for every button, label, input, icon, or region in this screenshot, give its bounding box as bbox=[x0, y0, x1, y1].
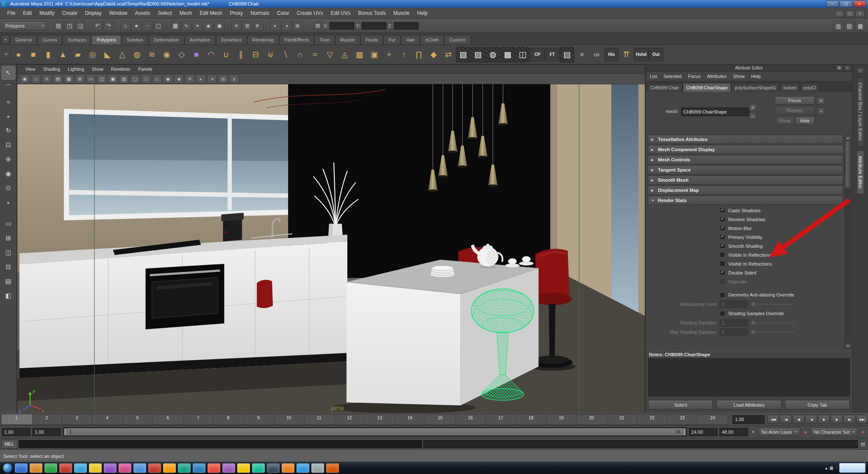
double-sided-checkbox[interactable]: Double Sided bbox=[648, 268, 843, 277]
select-hierarchy-icon[interactable]: ⌂ bbox=[120, 21, 130, 31]
menu-item[interactable]: Edit Mesh bbox=[196, 8, 226, 19]
poly-sphere-icon[interactable]: ● bbox=[11, 47, 26, 63]
attribute-editor-menu-item[interactable]: Selected bbox=[663, 74, 682, 79]
geometry-antialiasing-override-row[interactable]: Geometry Anti-aliasing Override bbox=[648, 290, 843, 299]
viewport-3d-scene[interactable]: y x z persp bbox=[17, 84, 645, 413]
poly-cylinder-icon[interactable]: ▮ bbox=[41, 47, 55, 63]
play-forwards-button[interactable]: ▶ bbox=[818, 415, 830, 424]
shelf-tab-ncloth[interactable]: nCloth bbox=[420, 35, 444, 44]
two-pane-stacked-layout-icon[interactable]: ⊟ bbox=[2, 260, 15, 274]
snap-to-curve-icon[interactable]: ∿ bbox=[181, 21, 191, 31]
attribute-editor-menu-item[interactable]: List bbox=[650, 74, 657, 79]
menu-item[interactable]: Display bbox=[81, 8, 105, 19]
his-icon[interactable]: His bbox=[604, 48, 619, 61]
show-button[interactable]: Show bbox=[775, 116, 794, 125]
plate-stack[interactable] bbox=[430, 266, 455, 277]
frame-number[interactable]: 22 bbox=[637, 414, 667, 424]
list-connection-icon[interactable]: ▭ bbox=[749, 112, 757, 119]
taskbar-app-icon[interactable] bbox=[252, 463, 265, 473]
taskbar-app-icon[interactable] bbox=[326, 463, 339, 473]
auto-keyframe-icon[interactable]: ◆ bbox=[860, 429, 866, 435]
tab-attribute-editor[interactable]: Attribute Editor bbox=[857, 150, 864, 194]
camera-attributes-icon[interactable]: ≡ bbox=[42, 75, 52, 83]
sculpt-geometry-icon[interactable]: ◠ bbox=[204, 47, 219, 63]
set-key-icon[interactable]: ◆ bbox=[802, 429, 809, 435]
frame-number[interactable]: 16 bbox=[455, 414, 485, 424]
shelf-tab-animation[interactable]: Animation bbox=[185, 35, 216, 44]
render-current-frame-icon[interactable]: ◐ bbox=[270, 21, 280, 31]
visible-in-refractions-checkbox[interactable]: Visible In Refractions bbox=[648, 259, 843, 268]
menu-item[interactable]: File bbox=[3, 8, 19, 19]
gate-mask-icon[interactable]: ▣ bbox=[108, 75, 118, 83]
taskbar-app-icon[interactable] bbox=[193, 463, 205, 473]
cut-uv-icon[interactable]: × bbox=[574, 47, 589, 63]
float-panel-icon[interactable]: ⊞ bbox=[836, 65, 843, 71]
tab-channel-box-layer-editor[interactable]: Channel Box / Layer Editor bbox=[857, 77, 864, 147]
bookmarks-icon[interactable]: ▤ bbox=[53, 75, 63, 83]
motion-blur-checkbox[interactable]: Motion Blur bbox=[648, 224, 843, 233]
menu-item[interactable]: Mesh bbox=[176, 8, 196, 19]
checkbox[interactable] bbox=[720, 261, 725, 266]
checkbox[interactable] bbox=[720, 270, 725, 275]
frame-number[interactable]: 7 bbox=[183, 414, 213, 424]
menu-item[interactable]: Select bbox=[154, 8, 175, 19]
gamma-icon[interactable]: γ bbox=[229, 75, 239, 83]
panel-menu-item[interactable]: Renderer bbox=[107, 67, 134, 72]
use-lights-icon[interactable]: ☀ bbox=[185, 75, 195, 83]
slider[interactable] bbox=[751, 322, 795, 323]
opposite-checkbox[interactable]: Opposite bbox=[648, 277, 843, 286]
attribute-editor-header[interactable]: Attribute Editor ⊞ × bbox=[646, 64, 852, 72]
step-back-key-button[interactable]: ◀| bbox=[793, 415, 804, 424]
value-field[interactable]: 1 bbox=[720, 300, 748, 308]
single-pane-layout-icon[interactable]: ▭ bbox=[2, 217, 15, 230]
kitchen-window[interactable] bbox=[64, 109, 303, 220]
smooth-mesh-section[interactable]: ▶ Smooth Mesh bbox=[648, 175, 843, 185]
expand-collapse-icon[interactable]: ⇅ bbox=[817, 97, 825, 104]
poly-plane-icon[interactable]: ▰ bbox=[70, 47, 85, 63]
shelf-tab-muscle[interactable]: Muscle bbox=[335, 35, 360, 44]
frame-number[interactable]: 4 bbox=[92, 414, 122, 424]
minimize-window-icon[interactable]: — bbox=[826, 0, 839, 7]
checkbox[interactable] bbox=[720, 279, 725, 284]
animation-start-field[interactable]: 1.00 bbox=[2, 428, 31, 436]
output-connections-icon[interactable]: ≣ bbox=[242, 21, 252, 31]
attribute-editor-menu-item[interactable]: Attributes bbox=[707, 74, 727, 79]
field-chart-icon[interactable]: ▥ bbox=[119, 75, 129, 83]
normals-icon[interactable]: ⇈ bbox=[619, 47, 634, 63]
shadows-icon[interactable]: ◐ bbox=[196, 75, 206, 83]
extract-icon[interactable]: ⊟ bbox=[248, 47, 263, 63]
menu-item[interactable]: Window bbox=[105, 8, 131, 19]
workspace-close-icon[interactable]: × bbox=[855, 10, 865, 17]
open-scene-icon[interactable]: ◳ bbox=[64, 21, 75, 31]
casts-shadows-checkbox[interactable]: Casts Shadows bbox=[648, 206, 843, 215]
timeline-ruler[interactable]: 123456789101112131415161718192021222324 bbox=[1, 414, 728, 425]
shelf-tab-subdivs[interactable]: Subdivs bbox=[122, 35, 148, 44]
save-scene-icon[interactable]: ◲ bbox=[75, 21, 86, 31]
quadrangulate-icon[interactable]: ▦ bbox=[352, 47, 367, 63]
shelf-tab-painteffects[interactable]: PaintEffects bbox=[279, 35, 314, 44]
move-tool-icon[interactable]: + bbox=[2, 109, 15, 123]
safe-title-icon[interactable]: □ bbox=[141, 75, 151, 83]
panel-menu-item[interactable]: Panels bbox=[134, 67, 156, 72]
taskbar-app-icon[interactable] bbox=[44, 463, 57, 473]
red-bar-stool[interactable] bbox=[257, 280, 273, 308]
frame-number[interactable]: 20 bbox=[577, 414, 607, 424]
append-polygon-icon[interactable]: + bbox=[382, 47, 397, 63]
shelf-tab-hair[interactable]: Hair bbox=[401, 35, 420, 44]
select-tool-icon[interactable]: ↖ bbox=[2, 66, 15, 80]
poly-cone-icon[interactable]: ▲ bbox=[55, 47, 70, 63]
taskbar-app-icon[interactable] bbox=[222, 463, 235, 473]
taskbar-app-icon[interactable] bbox=[208, 463, 220, 473]
mesh-name-field[interactable]: CHB099:ChairShape bbox=[681, 108, 750, 116]
maximize-window-icon[interactable]: ▢ bbox=[840, 0, 852, 7]
perspective-viewport[interactable]: ViewShadingLightingShowRendererPanels ◉⌂… bbox=[17, 64, 645, 413]
combine-icon[interactable]: ∪ bbox=[219, 47, 233, 63]
smooth-icon[interactable]: ≈ bbox=[308, 47, 322, 63]
sew-uv-icon[interactable]: ∞ bbox=[589, 47, 604, 63]
scrollbar[interactable]: ▲ ▼ bbox=[845, 135, 851, 349]
select-button[interactable]: Select bbox=[648, 400, 713, 410]
poly-pyramid-icon[interactable]: △ bbox=[115, 47, 130, 63]
start-button[interactable] bbox=[3, 463, 13, 473]
menu-item[interactable]: Proxy bbox=[226, 8, 247, 19]
boolean-difference-icon[interactable]: ∖ bbox=[278, 47, 293, 63]
